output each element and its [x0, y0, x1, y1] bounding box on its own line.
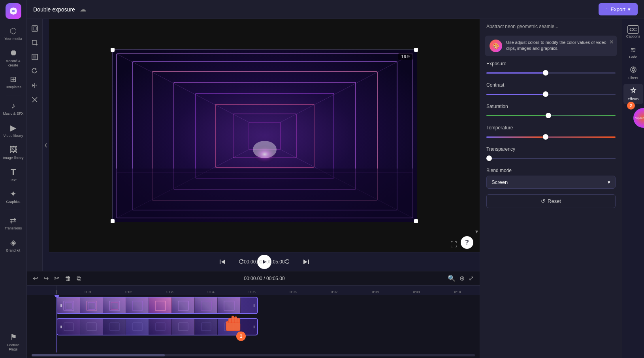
video-track-1[interactable]: ⏸ — [56, 297, 258, 314]
far-right-effects[interactable]: Effects — [623, 84, 643, 104]
timeline-scrollbar-thumb[interactable] — [32, 354, 165, 356]
temperature-slider-thumb[interactable] — [543, 134, 548, 140]
fit-to-screen-tool[interactable] — [28, 22, 41, 35]
track-1-pause-btn[interactable]: ⏸ — [59, 303, 63, 308]
corner-handle-bl[interactable] — [111, 219, 115, 223]
reset-icon: ↺ — [541, 198, 545, 204]
export-button[interactable]: ↑ Export ▾ — [599, 3, 638, 15]
temperature-slider-container[interactable] — [486, 133, 616, 141]
far-right-fade[interactable]: ≋ Fade — [623, 42, 643, 62]
corner-handle-tl[interactable] — [111, 48, 115, 52]
skip-to-start-button[interactable] — [216, 256, 229, 268]
frame-thumb — [218, 319, 241, 335]
sidebar-item-video-library[interactable]: ▶ Video library — [1, 120, 26, 141]
ruler-mark-9: 0:09 — [413, 290, 420, 294]
transparency-slider-thumb[interactable] — [486, 155, 492, 161]
app-logo[interactable] — [6, 3, 21, 19]
adjust-colors-circle[interactable]: Adjust Colors — [633, 108, 644, 128]
undo-button[interactable]: ↩ — [32, 273, 39, 283]
corner-handle-tr[interactable] — [414, 48, 418, 52]
aspect-ratio-badge[interactable]: 16:9 — [398, 53, 413, 60]
sidebar-item-label: Feature Flags — [3, 343, 24, 352]
zoom-in-button[interactable]: ⊕ — [458, 273, 466, 283]
duplicate-button[interactable]: ⧉ — [75, 274, 82, 283]
transparency-slider-container[interactable] — [486, 154, 616, 162]
ruler-mark-10: 0:10 — [454, 290, 461, 294]
svg-rect-28 — [132, 301, 143, 311]
timeline-scrollbar[interactable] — [32, 354, 475, 356]
delete-button[interactable]: 🗑 — [64, 274, 72, 283]
help-button[interactable]: ? — [461, 236, 473, 249]
blend-mode-select[interactable]: Screen ▾ — [486, 176, 616, 189]
transparency-control: Transparency — [486, 146, 616, 162]
playhead[interactable] — [56, 295, 57, 352]
crop-tool[interactable] — [28, 36, 41, 49]
panel-collapse-arrow[interactable]: ❮ — [43, 19, 49, 271]
fit-timeline-button[interactable]: ⤢ — [467, 273, 475, 283]
notification-close-button[interactable]: ✕ — [609, 39, 614, 45]
corner-handle-br[interactable] — [414, 219, 418, 223]
captions-icon: CC — [627, 25, 639, 34]
sidebar-item-record[interactable]: ⏺ Record & create — [1, 45, 26, 71]
adjust-badge-2: 2 — [627, 102, 635, 110]
panel-toggle-button[interactable]: ▾ — [474, 227, 480, 236]
sidebar-item-graphics[interactable]: ✦ Graphics — [1, 186, 26, 207]
fade-icon: ≋ — [630, 45, 636, 54]
sidebar-item-label: Templates — [5, 85, 21, 89]
sidebar-item-label: Text — [10, 178, 17, 182]
neon-tunnel-graphic — [113, 50, 417, 222]
sidebar-item-feature-flags[interactable]: ⚑ Feature Flags — [1, 329, 26, 355]
image-library-icon: 🖼 — [9, 145, 18, 155]
skip-to-end-button[interactable] — [300, 256, 313, 268]
svg-rect-33 — [64, 323, 73, 331]
sidebar-item-music[interactable]: ♪ Music & SFX — [1, 98, 26, 119]
exposure-control: Exposure — [486, 61, 616, 77]
far-right-filters[interactable]: Filters — [623, 63, 643, 83]
notification-text: Use adjust colors to modify the color va… — [506, 40, 612, 52]
blend-mode-label: Blend mode — [486, 168, 616, 173]
sidebar-item-transitions[interactable]: ⇄ Transitions — [1, 212, 26, 234]
sidebar-item-your-media[interactable]: ⬡ Your media — [1, 23, 26, 44]
svg-rect-0 — [32, 26, 38, 31]
saturation-slider-track — [486, 115, 616, 116]
project-title: Double exposure — [33, 6, 75, 13]
video-track-2[interactable]: ⏸ — [56, 318, 258, 335]
far-right-label: Captions — [626, 34, 640, 38]
exposure-slider-thumb[interactable] — [543, 70, 548, 76]
contrast-slider-container[interactable] — [486, 90, 616, 98]
cut-button[interactable]: ✂ — [53, 273, 60, 283]
trim-tool[interactable] — [28, 93, 41, 106]
canvas-area: ❮ — [27, 19, 480, 358]
saturation-slider-container[interactable] — [486, 112, 616, 119]
media-icon: ⬡ — [9, 26, 18, 36]
sidebar-item-brand-kit[interactable]: ◈ Brand kit — [1, 235, 26, 256]
video-canvas[interactable]: 16:9 ? ⛶ ▾ — [49, 19, 480, 252]
reset-button[interactable]: ↺ Reset — [486, 194, 616, 208]
sidebar-divider-2 — [6, 210, 21, 210]
svg-rect-30 — [178, 301, 188, 311]
contrast-slider-thumb[interactable] — [543, 91, 548, 97]
fullscreen-button[interactable]: ⛶ — [450, 241, 458, 249]
flip-tool[interactable] — [28, 79, 41, 92]
frame-tool[interactable] — [28, 51, 41, 63]
collapse-icon: ❮ — [44, 143, 47, 147]
sidebar-item-image-library[interactable]: 🖼 Image library — [1, 142, 26, 163]
sidebar-item-text[interactable]: T Text — [1, 164, 26, 186]
far-right-captions[interactable]: CC Captions — [623, 22, 643, 42]
svg-point-17 — [253, 141, 277, 158]
sidebar-item-templates[interactable]: ⊞ Templates — [1, 71, 26, 93]
timeline-tracks[interactable]: ⏸ — [27, 295, 480, 352]
filters-icon — [630, 66, 637, 75]
rotate-tool[interactable] — [28, 65, 41, 78]
track-2-end-btn[interactable]: ⏸ — [252, 325, 256, 329]
redo-button[interactable]: ↪ — [42, 273, 50, 283]
sidebar-item-label: Transitions — [5, 226, 22, 231]
zoom-out-button[interactable]: 🔍 — [446, 273, 457, 283]
track-2-pause-btn[interactable]: ⏸ — [59, 325, 63, 329]
track-1-end-btn[interactable]: ⏸ — [252, 303, 256, 308]
blend-mode-value: Screen — [491, 179, 508, 185]
brand-kit-icon: ◈ — [9, 238, 18, 247]
content-row: ❮ — [27, 19, 644, 358]
exposure-slider-container[interactable] — [486, 69, 616, 77]
saturation-slider-thumb[interactable] — [546, 113, 551, 118]
